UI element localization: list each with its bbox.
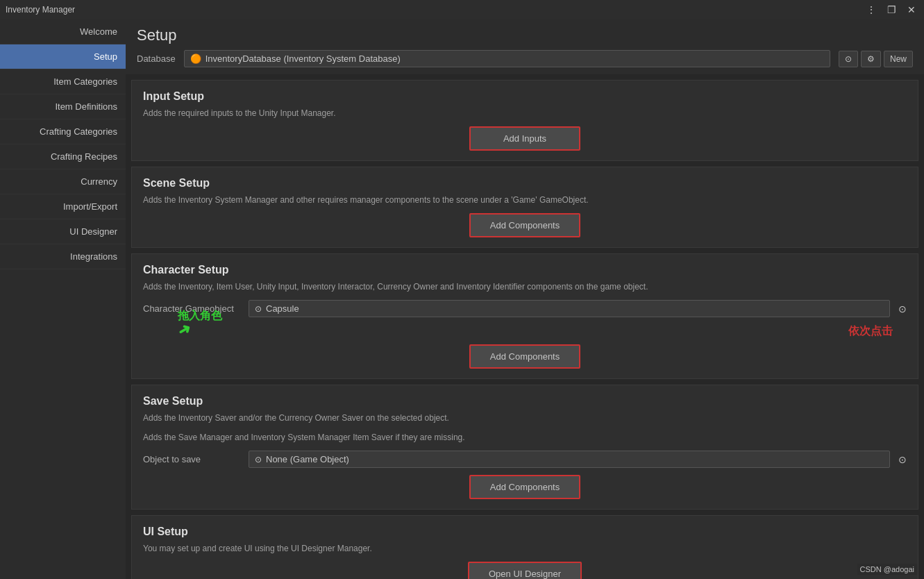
section-scene-setup: Scene Setup Adds the Inventory System Ma… [131,167,918,248]
character-setup-title: Character Setup [143,264,907,276]
save-none-value: None (Game Object) [266,454,349,464]
character-add-components-button[interactable]: Add Components [469,344,580,369]
save-field-row: Object to save ⊙ None (Game Object) ⊙ [143,451,907,468]
save-add-components-button[interactable]: Add Components [469,475,580,499]
save-setup-btn-row: Add Components [143,475,907,499]
database-settings-btn[interactable]: ⚙ [861,51,881,67]
character-field-value: ⊙ Capsule [249,300,890,317]
sidebar-item-setup[interactable]: Setup [0,44,126,69]
database-icon: 🟠 [190,53,201,64]
content-header: Setup Database 🟠 InventoryDatabase (Inve… [126,19,924,74]
save-field-icon: ⊙ [255,455,262,464]
save-setup-desc1: Adds the Inventory Saver and/or the Curr… [143,412,907,424]
database-target-btn[interactable]: ⊙ [839,51,858,67]
watermark: CSDN @adogai [857,564,917,575]
save-setup-title: Save Setup [143,395,907,408]
ui-setup-desc: You may set up and create UI using the U… [143,542,907,555]
section-ui-setup: UI Setup You may set up and create UI us… [131,515,918,579]
database-label: Database [137,53,176,64]
title-bar-right: ⋮ ❐ ✕ [864,3,918,17]
scrollable-content: Input Setup Adds the required inputs to … [126,74,924,579]
input-setup-btn-row: Add Inputs [143,126,907,151]
ui-setup-title: UI Setup [143,526,907,538]
section-save-setup: Save Setup Adds the Inventory Saver and/… [131,385,918,510]
sidebar-item-crafting-categories[interactable]: Crafting Categories [0,119,126,144]
ui-setup-btn-row: Open UI Designer [143,562,907,579]
save-select-btn[interactable]: ⊙ [898,454,907,465]
save-setup-desc2: Adds the Save Manager and Inventory Syst… [143,431,907,444]
character-select-btn[interactable]: ⊙ [898,303,907,314]
character-field-icon: ⊙ [255,304,262,314]
sidebar-item-welcome[interactable]: Welcome [0,19,126,44]
database-actions: ⊙ ⚙ New [839,51,913,67]
main-layout: Welcome Setup Item Categories Item Defin… [0,19,924,579]
sidebar-item-crafting-recipes[interactable]: Crafting Recipes [0,144,126,169]
database-row: Database 🟠 InventoryDatabase (Inventory … [137,50,913,67]
add-inputs-button[interactable]: Add Inputs [469,126,580,151]
input-setup-title: Input Setup [143,90,907,103]
more-button[interactable]: ⋮ [864,3,879,17]
database-new-btn[interactable]: New [884,51,913,67]
sidebar-item-ui-designer[interactable]: UI Designer [0,219,126,244]
character-capsule-value: Capsule [266,303,299,314]
annotation-click-text: 依次点击 [848,325,893,337]
character-setup-desc: Adds the Inventory, Item User, Unity Inp… [143,280,907,293]
save-field-value: ⊙ None (Game Object) [249,451,890,468]
sidebar: Welcome Setup Item Categories Item Defin… [0,19,126,579]
database-value: InventoryDatabase (Inventory System Data… [205,53,401,64]
save-field-label: Object to save [143,454,240,464]
app-title: Inventory Manager [6,5,75,15]
character-field-row: Character Gameobject ⊙ Capsule ⊙ [143,300,907,317]
title-bar: Inventory Manager ⋮ ❐ ✕ [0,0,924,19]
scene-setup-title: Scene Setup [143,177,907,190]
scene-setup-btn-row: Add Components [143,213,907,237]
close-button[interactable]: ✕ [905,3,918,17]
section-character-setup: Character Setup Adds the Inventory, Item… [131,253,918,379]
section-input-setup: Input Setup Adds the required inputs to … [131,80,918,161]
content-area: Setup Database 🟠 InventoryDatabase (Inve… [126,19,924,579]
character-setup-btn-row: Add Components [143,344,907,369]
title-bar-left: Inventory Manager [6,5,75,15]
page-title: Setup [137,26,913,44]
sidebar-item-import-export[interactable]: Import/Export [0,194,126,219]
sidebar-item-integrations[interactable]: Integrations [0,244,126,269]
sidebar-item-item-categories[interactable]: Item Categories [0,69,126,94]
restore-button[interactable]: ❐ [884,3,899,17]
sidebar-item-currency[interactable]: Currency [0,169,126,194]
input-setup-desc: Adds the required inputs to the Unity In… [143,107,907,119]
open-ui-designer-button[interactable]: Open UI Designer [468,562,582,579]
database-field: 🟠 InventoryDatabase (Inventory System Da… [184,50,830,67]
scene-setup-desc: Adds the Inventory System Manager and ot… [143,194,907,206]
sidebar-item-item-definitions[interactable]: Item Definitions [0,94,126,119]
scene-add-components-button[interactable]: Add Components [469,213,580,237]
